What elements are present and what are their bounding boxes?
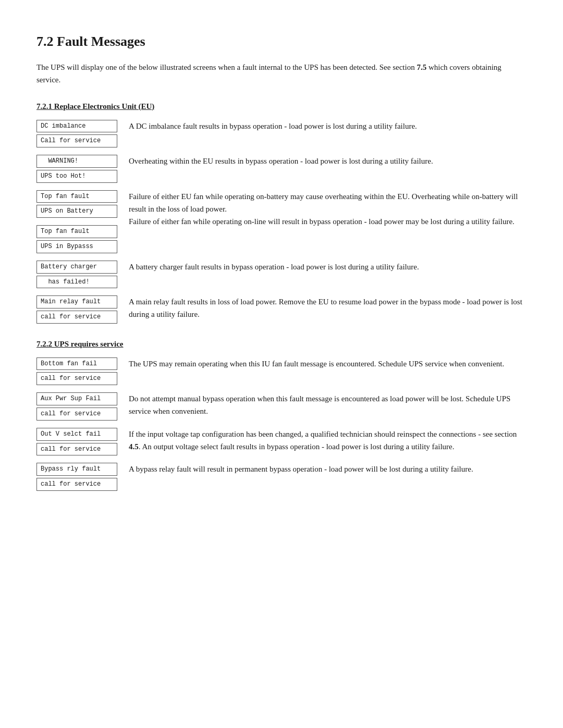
fault-row-top-fan: Top fan fault UPS on Battery Top fan fau…	[36, 190, 527, 253]
fault-row-bypass-rly: Bypass rly fault call for service A bypa…	[36, 463, 527, 491]
fault-row-battery-charger: Battery charger has failed! A battery ch…	[36, 261, 527, 289]
lcd-bottom-fan-2: call for service	[36, 372, 117, 385]
desc-ups-too-hot: Overheating within the EU results in byp…	[129, 155, 527, 167]
lcd-main-relay-1: Main relay fault	[36, 295, 117, 309]
lcd-ups-too-hot: WARNING! UPS too Hot!	[36, 155, 117, 183]
fault-row-ups-too-hot: WARNING! UPS too Hot! Overheating within…	[36, 155, 527, 183]
fault-row-bottom-fan: Bottom fan fail call for service The UPS…	[36, 357, 527, 386]
lcd-out-v-selct-1: Out V selct fail	[36, 428, 117, 441]
lcd-bypass-rly-1: Bypass rly fault	[36, 463, 117, 476]
lcd-bypass-rly-2: call for service	[36, 478, 117, 491]
lcd-battery-charger-2: has failed!	[36, 276, 117, 289]
lcd-aux-pwr-1: Aux Pwr Sup Fail	[36, 392, 117, 405]
section1-heading: 7.2.1 Replace Electronics Unit (EU)	[36, 101, 527, 113]
page-title: 7.2 Fault Messages	[36, 31, 527, 52]
lcd-out-v-selct-2: call for service	[36, 443, 117, 456]
desc-out-v-selct: If the input voltage tap configuration h…	[129, 428, 527, 453]
lcd-dc-imbalance: DC imbalance Call for service	[36, 120, 117, 148]
desc-aux-pwr: Do not attempt manual bypass operation w…	[129, 392, 527, 417]
lcd-bottom-fan: Bottom fan fail call for service	[36, 357, 117, 386]
desc-top-fan: Failure of either EU fan while operating…	[129, 190, 527, 228]
section-ups-service: 7.2.2 UPS requires service Bottom fan fa…	[36, 338, 527, 491]
lcd-out-v-selct: Out V selct fail call for service	[36, 428, 117, 456]
fault-row-out-v-selct: Out V selct fail call for service If the…	[36, 428, 527, 456]
lcd-main-relay-2: call for service	[36, 311, 117, 324]
lcd-aux-pwr: Aux Pwr Sup Fail call for service	[36, 392, 117, 421]
lcd-line-dc-imbalance-1: DC imbalance	[36, 120, 117, 133]
lcd-battery-charger-1: Battery charger	[36, 261, 117, 274]
desc-dc-imbalance: A DC imbalance fault results in bypass o…	[129, 120, 527, 132]
intro-paragraph: The UPS will display one of the below il…	[36, 61, 527, 86]
desc-battery-charger: A battery charger fault results in bypas…	[129, 261, 527, 273]
desc-bypass-rly: A bypass relay fault will result in perm…	[129, 463, 527, 475]
fault-row-aux-pwr: Aux Pwr Sup Fail call for service Do not…	[36, 392, 527, 421]
lcd-bottom-fan-1: Bottom fan fail	[36, 357, 117, 371]
lcd-line-dc-imbalance-2: Call for service	[36, 134, 117, 147]
fault-row-dc-imbalance: DC imbalance Call for service A DC imbal…	[36, 120, 527, 148]
lcd-main-relay: Main relay fault call for service	[36, 295, 117, 324]
section2-heading: 7.2.2 UPS requires service	[36, 338, 527, 350]
lcd-battery-charger: Battery charger has failed!	[36, 261, 117, 289]
desc-bottom-fan: The UPS may remain operating when this I…	[129, 357, 527, 370]
lcd-aux-pwr-2: call for service	[36, 408, 117, 421]
lcd-bypass-rly: Bypass rly fault call for service	[36, 463, 117, 491]
lcd-top-fan-battery-1: Top fan fault	[36, 190, 117, 203]
lcd-line-ups-too-hot-2: UPS too Hot!	[36, 170, 117, 183]
lcd-top-fan-bypass-1: Top fan fault	[36, 225, 117, 238]
lcd-line-ups-too-hot-1: WARNING!	[36, 155, 117, 168]
fault-row-main-relay: Main relay fault call for service A main…	[36, 295, 527, 324]
lcd-top-fan: Top fan fault UPS on Battery Top fan fau…	[36, 190, 117, 253]
section-replace-eu: 7.2.1 Replace Electronics Unit (EU) DC i…	[36, 101, 527, 324]
desc-main-relay: A main relay fault results in loss of lo…	[129, 295, 527, 320]
lcd-top-fan-battery-2: UPS on Battery	[36, 205, 117, 218]
lcd-top-fan-bypass-2: UPS in Bypasss	[36, 240, 117, 253]
